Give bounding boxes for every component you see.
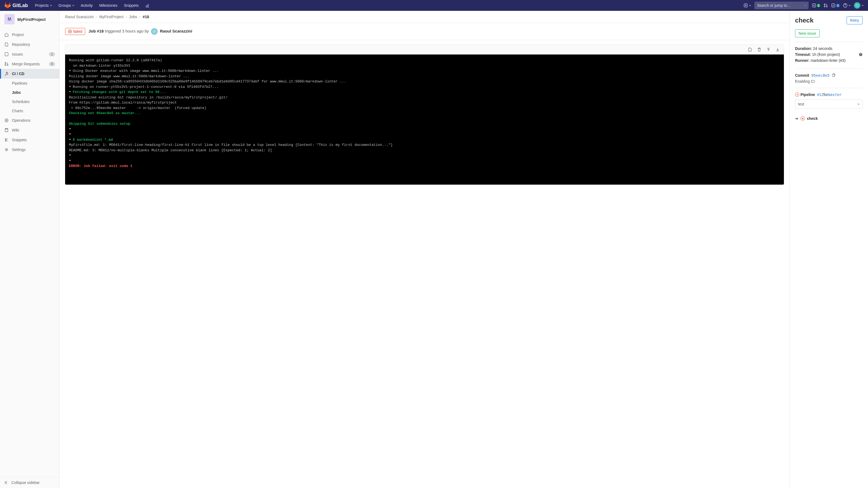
duration-row: Duration:24 seconds [795,46,863,51]
log-line: Checking out 95eec8e5 as master... [69,110,780,116]
sidebar-item-snippets[interactable]: Snippets [0,135,59,145]
svg-point-5 [824,6,825,7]
caret-icon[interactable] [69,155,71,156]
arrow-right-icon: ➔ [795,116,798,121]
job-id: Job #18 [88,29,104,33]
rp-meta-section: Duration:24 seconds Timeout:1h (from pro… [795,42,863,69]
new-issue-button[interactable]: New issue [795,29,820,37]
nav-snippets[interactable]: Snippets [121,0,141,11]
sidebar-label: Operations [12,118,30,123]
breadcrumb-owner[interactable]: Raoul Scarazzini [65,14,94,19]
stage-select[interactable]: test [795,99,863,109]
caret-icon[interactable] [69,70,71,71]
nav-projects[interactable]: Projects [32,0,55,11]
sidebar-subitem-pipelines[interactable]: Pipelines [0,78,59,88]
nav-milestones[interactable]: Milestones [97,0,120,11]
nav-issues-counter[interactable]: 1 [812,3,820,8]
caret-icon[interactable] [69,86,71,87]
timeout-value: 1h (from project) [812,52,840,57]
caret-icon[interactable] [69,128,71,130]
cicd-subitems: Pipelines Jobs Schedules Charts [0,78,59,116]
log-line: ERROR: Job failed: exit code 1 [69,163,780,169]
issues-icon [4,52,9,56]
commit-sha-link[interactable]: 95eec8e5 [811,73,830,77]
sidebar-item-repository[interactable]: Repository [0,40,59,50]
project-avatar: M [4,14,14,24]
svg-point-12 [7,65,8,66]
caret-icon[interactable] [69,139,71,140]
main: Raoul Scarazzini› MyFirstProject› Jobs› … [60,11,868,488]
sidebar-label: CI / CD [12,72,24,76]
content: Raoul Scarazzini› MyFirstProject› Jobs› … [60,11,789,488]
scroll-top-button[interactable] [765,46,772,53]
log-line: Pulling docker image www.mmul.it:5000/ma… [69,74,780,79]
search-box[interactable] [754,2,809,9]
pipeline-job-row[interactable]: ➔ ✕ check [795,113,863,124]
navbar-right: 1 1 [744,2,864,9]
caret-icon[interactable] [69,91,71,93]
log-line: $ markdownlint *.md [69,137,780,142]
duration-value: 24 seconds [813,46,833,51]
fail-icon [68,30,72,33]
raw-log-button[interactable] [747,46,753,53]
nav-merge-requests[interactable] [824,3,828,8]
nav-groups[interactable]: Groups [56,0,77,11]
issues-badge: 1 [817,4,820,7]
sidebar-item-merge-requests[interactable]: Merge Requests0 [0,59,59,69]
triggerer-name[interactable]: Raoul Scarazzini [160,29,192,33]
nav-activity[interactable]: Activity [78,0,95,11]
sidebar-item-cicd[interactable]: CI / CD [0,69,59,78]
breadcrumb-jobs[interactable]: Jobs [129,14,137,19]
search-input[interactable] [757,3,805,8]
sidebar-subitem-schedules[interactable]: Schedules [0,97,59,106]
rp-pipeline-section: ✕ Pipeline #12 for master test [795,88,863,113]
sidebar-item-project[interactable]: Project [0,30,59,40]
help-icon[interactable] [859,53,863,56]
copy-sha-button[interactable] [832,73,835,77]
pipeline-ref-link[interactable]: master [828,93,842,97]
chevron-down-icon [862,4,864,6]
nav-groups-label: Groups [59,3,71,8]
log-line: Fetching changes with git depth set to 5… [69,90,780,95]
breadcrumbs: Raoul Scarazzini› MyFirstProject› Jobs› … [60,11,789,23]
plus-icon [744,3,748,8]
sidebar-subitem-charts[interactable]: Charts [0,106,59,116]
sidebar: M MyFirstProject Project Repository Issu… [0,11,60,488]
erase-log-button[interactable] [756,46,763,53]
svg-point-14 [6,120,7,121]
log-line: Skipping Git submodules setup [69,121,780,127]
mr-count-badge: 0 [49,62,55,66]
sidebar-item-operations[interactable]: Operations [0,116,59,125]
sidebar-item-settings[interactable]: Settings [0,145,59,155]
sidebar-label: Wiki [12,128,19,132]
sidebar-label: Project [12,33,24,37]
job-log-terminal[interactable]: Running with gitlab-runner 12.2.0 (a9874… [65,55,784,185]
sidebar-project-header[interactable]: M MyFirstProject [0,11,59,28]
sidebar-subitem-jobs[interactable]: Jobs [0,88,59,97]
log-line [69,153,780,158]
chevron-down-icon [848,4,850,6]
scroll-bottom-icon [775,47,780,52]
collapse-label: Collapse sidebar [11,480,40,485]
scroll-bottom-button[interactable] [774,46,781,53]
todo-icon [831,3,835,8]
nav-help[interactable] [843,3,850,8]
nav-user-menu[interactable] [854,2,864,9]
collapse-sidebar[interactable]: Collapse sidebar [0,477,59,488]
gitlab-logo[interactable]: GitLab [4,2,28,9]
breadcrumb-project[interactable]: MyFirstProject [99,14,123,19]
nav-plus[interactable] [744,3,751,8]
nav-analytics[interactable] [143,0,152,11]
caret-icon[interactable] [69,133,71,135]
nav-todos[interactable]: 1 [831,3,840,8]
pipeline-id-link[interactable]: #12 [817,93,823,97]
caret-icon[interactable] [69,160,71,161]
job-title-line: Job #18 triggered 3 hours ago by Raoul S… [88,28,192,35]
gear-icon [4,148,9,152]
user-avatar-icon [854,2,860,9]
retry-button[interactable]: Retry [846,16,863,24]
sidebar-item-wiki[interactable]: Wiki [0,125,59,135]
breadcrumb-current: #18 [143,14,149,19]
sidebar-nav: Project Repository Issues1 Merge Request… [0,28,59,477]
sidebar-item-issues[interactable]: Issues1 [0,50,59,59]
